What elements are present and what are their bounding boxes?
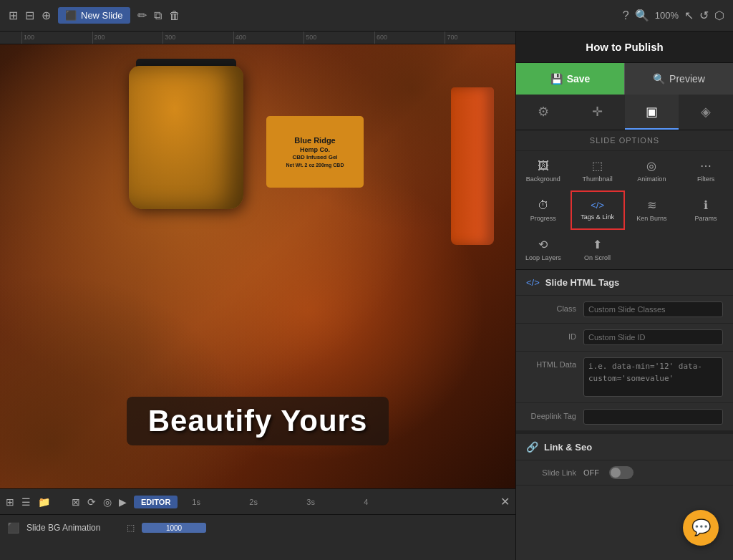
ruler-mark-500: 500 xyxy=(304,32,374,44)
cursor-icon[interactable]: ↖ xyxy=(684,9,694,22)
slide-label: ⬛ New Slide xyxy=(58,7,130,24)
top-toolbar: ⊞ ⊟ ⊕ ⬛ New Slide ✏ ⧉ 🗑 ? 🔍 100% ↖ ↺ ⬡ xyxy=(0,0,733,32)
slide-options-header: SLIDE OPTIONS xyxy=(516,130,733,151)
copy-icon[interactable]: ⧉ xyxy=(154,9,162,22)
timeline-close-icon[interactable]: ✕ xyxy=(500,495,510,508)
loop-layers-icon: ⟲ xyxy=(538,238,548,251)
grid-item-on-scroll[interactable]: ⬆ On Scroll xyxy=(571,230,625,269)
grid-item-progress[interactable]: ⏱ Progress xyxy=(516,190,571,230)
html-data-label: HTML Data xyxy=(526,357,576,369)
grid-item-filters[interactable]: ⋯ Filters xyxy=(679,151,733,190)
slide-link-label: Slide Link xyxy=(526,468,576,477)
class-input[interactable] xyxy=(583,301,723,317)
slides-icon[interactable]: ⊟ xyxy=(25,9,34,22)
grid-item-loop-layers[interactable]: ⟲ Loop Layers xyxy=(516,230,571,269)
ruler-mark-100: 100 xyxy=(21,32,92,44)
preview-button[interactable]: 🔍 Preview xyxy=(624,63,733,95)
html-tags-section-icon: </> xyxy=(526,277,540,288)
deeplink-row: Deeplink Tag xyxy=(516,403,733,431)
class-label: Class xyxy=(526,301,576,313)
link-seo-section-header: 🔗 Link & Seo xyxy=(516,431,733,460)
time-mark-1s: 1s xyxy=(192,498,249,506)
time-mark-2s: 2s xyxy=(249,498,306,506)
time-mark-4: 4 xyxy=(364,498,421,506)
slide-name: New Slide xyxy=(81,10,123,21)
chat-icon: 💬 xyxy=(691,518,711,537)
folder-icon[interactable]: 📁 xyxy=(38,496,50,508)
grid-small-icon[interactable]: ⊠ xyxy=(72,496,80,508)
track-layer-icon: ⬛ xyxy=(7,522,19,534)
add-icon[interactable]: ⊕ xyxy=(42,9,51,22)
slide-link-toggle[interactable] xyxy=(609,466,634,479)
toolbar-right: ? 🔍 100% ↖ ↺ ⬡ xyxy=(623,9,724,22)
tab-move[interactable]: ✛ xyxy=(571,95,625,130)
time-mark-3s: 3s xyxy=(306,498,364,506)
layer-icon[interactable]: ⊞ xyxy=(6,496,14,508)
pencil-icon[interactable]: ✏ xyxy=(137,9,147,22)
html-tags-title: Slide HTML Tags xyxy=(545,277,620,288)
panel-header: How to Publish xyxy=(516,32,733,63)
grid-item-ken-burns[interactable]: ≋ Ken Burns xyxy=(625,190,679,230)
track-bar[interactable]: 1000 xyxy=(142,523,206,533)
thumbnail-icon: ⬚ xyxy=(592,159,603,173)
track-bar-value: 1000 xyxy=(166,524,182,532)
grid-icon[interactable]: ⊞ xyxy=(9,9,18,22)
id-row: ID xyxy=(516,324,733,352)
toggle-off-label: OFF xyxy=(583,468,599,477)
timeline-list-icon[interactable]: ☰ xyxy=(21,496,31,508)
ruler-mark-300: 300 xyxy=(162,32,233,44)
panel-title: How to Publish xyxy=(586,41,663,53)
html-data-input[interactable]: i.e. data-min='12' data-custom='somevalu… xyxy=(583,357,723,397)
filters-icon: ⋯ xyxy=(700,159,712,173)
panel-actions: 💾 Save 🔍 Preview xyxy=(516,63,733,95)
zoom-icon[interactable]: 🔍 xyxy=(635,9,649,22)
undo-icon[interactable]: ↺ xyxy=(699,9,709,22)
save-button[interactable]: 💾 Save xyxy=(516,63,624,95)
ruler-mark-200: 200 xyxy=(92,32,163,44)
ruler-mark-400: 400 xyxy=(233,32,304,44)
toggle-knob xyxy=(611,468,621,478)
ruler-mark-600: 600 xyxy=(374,32,445,44)
slide-canvas[interactable]: Blue Ridge Hemp Co. CBD Infused Gel Net … xyxy=(0,44,515,488)
tab-settings[interactable]: ⚙ xyxy=(516,95,571,130)
progress-icon: ⏱ xyxy=(538,199,549,212)
canvas-area: 100 200 300 400 500 600 700 Blue Ridge H… xyxy=(0,32,515,560)
grid-item-animation[interactable]: ◎ Animation xyxy=(625,151,679,190)
ruler-mark-700: 700 xyxy=(445,32,515,44)
timeline-area: ⊞ ☰ 📁 ⊠ ⟳ ◎ ▶ EDITOR 1s 2s 3s 4 ✕ ⬛ Slid… xyxy=(0,488,515,560)
html-tags-section-header: </> Slide HTML Tags xyxy=(516,270,733,296)
editor-button[interactable]: EDITOR xyxy=(134,496,178,508)
animation-icon: ◎ xyxy=(646,159,656,173)
deeplink-input[interactable] xyxy=(583,409,723,425)
tags-link-icon: </> xyxy=(591,200,604,211)
html-data-row: HTML Data i.e. data-min='12' data-custom… xyxy=(516,352,733,403)
track-thumb-icon[interactable]: ⬚ xyxy=(127,523,135,533)
track-bar-area: 1000 xyxy=(142,521,508,535)
background-icon: 🖼 xyxy=(538,160,549,173)
main-area: 100 200 300 400 500 600 700 Blue Ridge H… xyxy=(0,32,733,560)
grid-item-thumbnail[interactable]: ⬚ Thumbnail xyxy=(571,151,625,190)
grid-item-params[interactable]: ℹ Params xyxy=(679,190,733,230)
link-seo-title: Link & Seo xyxy=(544,442,592,453)
slide-main-text: Beautify Yours xyxy=(127,397,389,445)
responsive-icon[interactable]: ⬡ xyxy=(714,9,724,22)
grid-item-background[interactable]: 🖼 Background xyxy=(516,151,571,190)
jar-shape: Blue Ridge Hemp Co. CBD Infused Gel Net … xyxy=(129,66,243,209)
tab-media[interactable]: ▣ xyxy=(625,95,679,130)
right-panel: How to Publish 💾 Save 🔍 Preview ⚙ ✛ ▣ ◈ … xyxy=(515,32,733,560)
chat-button[interactable]: 💬 xyxy=(683,510,719,546)
slide-icon: ⬛ xyxy=(65,10,77,21)
id-input[interactable] xyxy=(583,329,723,345)
slide-text-overlay: Beautify Yours xyxy=(0,397,515,445)
grid-item-tags-link[interactable]: </> Tags & Link xyxy=(571,190,625,230)
target-icon[interactable]: ◎ xyxy=(103,496,112,508)
timeline-track: ⬛ Slide BG Animation ⬚ 1000 xyxy=(0,515,515,541)
play-icon[interactable]: ▶ xyxy=(119,496,127,508)
delete-icon[interactable]: 🗑 xyxy=(169,9,180,22)
tab-layers[interactable]: ◈ xyxy=(679,95,733,130)
refresh-icon[interactable]: ⟳ xyxy=(87,496,96,508)
id-label: ID xyxy=(526,329,576,341)
help-icon[interactable]: ? xyxy=(623,9,629,22)
slide-link-row: Slide Link OFF xyxy=(516,460,733,486)
on-scroll-icon: ⬆ xyxy=(593,238,602,251)
